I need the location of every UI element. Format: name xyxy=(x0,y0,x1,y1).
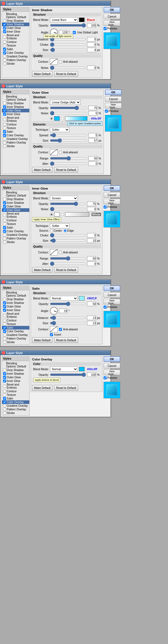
choke-input-1[interactable] xyxy=(87,42,96,47)
opacity-input-1[interactable] xyxy=(87,23,96,28)
opacity-slider-3[interactable] xyxy=(50,202,86,205)
new-style-btn-5[interactable]: New Style... xyxy=(104,370,120,375)
style-bevel-4[interactable]: Bevel and Emboss xyxy=(2,312,29,319)
opacity-slider-1[interactable] xyxy=(50,24,86,27)
blend-select-4[interactable]: Normal xyxy=(50,296,78,301)
style-stroke-1[interactable]: Stroke xyxy=(2,62,29,66)
opacity-input-3[interactable] xyxy=(87,202,96,206)
style-color-overlay-2[interactable]: Color Overlay xyxy=(2,134,29,137)
style-gradient-overlay-2[interactable]: Gradient Overlay xyxy=(2,137,29,141)
distance-slider-1[interactable] xyxy=(50,38,86,41)
style-contour-3[interactable]: Contour xyxy=(2,219,29,222)
distance-input-1[interactable] xyxy=(87,37,96,42)
contour-preview-3[interactable] xyxy=(50,249,58,255)
styles-panel-title-2[interactable]: Styles xyxy=(2,90,29,94)
spread-input-2[interactable] xyxy=(88,133,97,137)
angle-input-1[interactable] xyxy=(59,30,67,35)
style-outer-glow-4[interactable]: Outer Glow xyxy=(2,305,29,308)
preview-check-3[interactable] xyxy=(104,205,107,209)
color-swatch-5[interactable] xyxy=(79,367,85,371)
style-contour-1[interactable]: Contour xyxy=(2,40,29,44)
style-drop-shadow-3[interactable]: Drop Shadow xyxy=(2,197,29,201)
style-pattern-overlay-1[interactable]: Pattern Overlay xyxy=(2,58,29,62)
noise-slider-3[interactable] xyxy=(50,207,86,211)
blend-mode-select-1[interactable]: Linear Burn xyxy=(50,17,78,22)
color-radio-2[interactable] xyxy=(50,117,53,120)
style-pattern-overlay-3[interactable]: Pattern Overlay xyxy=(2,237,29,240)
size-input-2[interactable] xyxy=(88,138,97,143)
gradient-radio-3[interactable] xyxy=(61,213,64,216)
style-gradient-overlay-5[interactable]: Gradient Overlay xyxy=(2,404,29,408)
ok-btn-2[interactable]: OK xyxy=(105,89,122,95)
style-inner-glow-2[interactable]: Inner Glow xyxy=(2,112,29,116)
choke-input-3[interactable] xyxy=(87,233,96,238)
gradient-bar-2[interactable] xyxy=(65,116,87,121)
style-drop-shadow-2[interactable]: Drop Shadow xyxy=(2,101,29,105)
make-default-btn-5[interactable]: Make Default xyxy=(32,385,52,391)
ok-btn-4[interactable]: OK xyxy=(104,285,120,291)
source-center-radio-3[interactable] xyxy=(50,229,53,232)
style-color-overlay-3[interactable]: Color Overlay xyxy=(2,229,29,233)
style-inner-shadow-1[interactable]: Inner Shadow xyxy=(2,23,29,26)
opacity-input-2[interactable] xyxy=(88,106,97,110)
style-inner-glow-5[interactable]: Inner Glow xyxy=(2,379,29,383)
global-light-check-1[interactable] xyxy=(73,31,76,34)
style-outer-glow-1[interactable]: Outer Glow xyxy=(2,26,29,30)
noise-slider-2[interactable] xyxy=(50,112,87,115)
choke-slider-1[interactable] xyxy=(50,43,86,46)
jitter-slider-3[interactable] xyxy=(50,262,86,265)
ok-btn-5[interactable]: OK xyxy=(104,356,120,362)
make-default-btn-4[interactable]: Make Default xyxy=(32,337,52,343)
range-slider-2[interactable] xyxy=(50,157,87,160)
color-swatch-3[interactable] xyxy=(54,212,60,217)
cancel-btn-1[interactable]: Cancel xyxy=(104,14,120,19)
range-slider-3[interactable] xyxy=(50,257,86,260)
styles-panel-title-5[interactable]: Styles xyxy=(2,357,29,361)
style-texture-2[interactable]: Texture xyxy=(2,126,29,130)
make-default-btn-2[interactable]: Make Default xyxy=(32,167,52,173)
color-swatch-2[interactable] xyxy=(54,116,60,121)
close-button-4[interactable] xyxy=(2,280,5,284)
range-input-2[interactable] xyxy=(88,156,97,161)
style-drop-shadow-4[interactable]: Drop Shadow xyxy=(2,297,29,301)
style-bevel-2[interactable]: Bevel and Emboss xyxy=(2,116,29,123)
style-satin-3[interactable]: Satin xyxy=(2,226,29,229)
style-bevel-3[interactable]: Bevel and Emboss xyxy=(2,212,29,219)
close-button-5[interactable] xyxy=(2,351,5,355)
reset-btn-3[interactable]: Reset to Default xyxy=(54,267,78,273)
ok-btn-1[interactable]: OK xyxy=(104,7,120,13)
styles-panel-title-3[interactable]: Styles xyxy=(2,186,29,190)
style-bevel-1[interactable]: Bevel and Emboss xyxy=(2,33,29,40)
jitter-input-3[interactable] xyxy=(87,262,96,266)
reset-btn-2[interactable]: Reset to Default xyxy=(54,167,78,173)
noise-input-3[interactable] xyxy=(87,207,96,211)
source-edge-radio-3[interactable] xyxy=(64,229,67,232)
style-gradient-overlay-4[interactable]: Gradient Overlay xyxy=(2,333,29,337)
style-pattern-overlay-2[interactable]: Pattern Overlay xyxy=(2,141,29,144)
style-contour-5[interactable]: Contour xyxy=(2,389,29,393)
opacity-slider-4[interactable] xyxy=(50,302,86,306)
style-color-overlay-5[interactable]: Color Overlay xyxy=(2,400,29,404)
contour-preview-2[interactable] xyxy=(50,149,58,155)
style-outer-glow-2[interactable]: Outer Glow xyxy=(2,109,29,112)
reset-btn-5[interactable]: Reset to Default xyxy=(54,385,78,391)
style-outer-glow-5[interactable]: Outer Glow xyxy=(2,376,29,379)
anti-alias-check-4[interactable] xyxy=(59,328,62,331)
color-swatch-1[interactable] xyxy=(79,18,85,22)
opacity-input-4[interactable] xyxy=(87,302,96,306)
style-inner-glow-1[interactable]: Inner Glow xyxy=(2,30,29,33)
invert-check-4[interactable] xyxy=(50,333,53,336)
new-style-btn-2[interactable]: New Style... xyxy=(105,103,122,108)
style-contour-2[interactable]: Contour xyxy=(2,123,29,126)
noise-input-1[interactable] xyxy=(87,66,96,70)
preview-check-4[interactable] xyxy=(104,306,107,309)
make-default-btn-1[interactable]: Make Default xyxy=(32,71,52,77)
anti-alias-check-2[interactable] xyxy=(59,151,62,154)
angle-input-4[interactable] xyxy=(59,309,67,313)
style-gradient-overlay-1[interactable]: Gradient Overlay xyxy=(2,55,29,58)
style-drop-shadow-5[interactable]: Drop Shadow xyxy=(2,368,29,372)
ok-btn-3[interactable]: OK xyxy=(104,185,120,191)
gradient-bar-3[interactable] xyxy=(65,212,89,217)
style-inner-shadow-4[interactable]: Inner Shadow xyxy=(2,301,29,305)
style-pattern-overlay-5[interactable]: Pattern Overlay xyxy=(2,408,29,411)
